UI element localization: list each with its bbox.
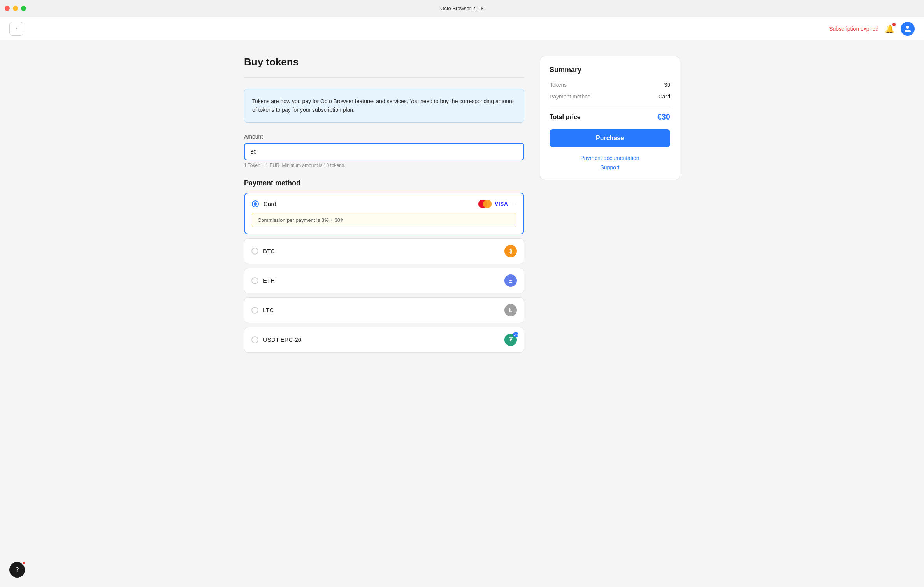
ltc-label: LTC <box>263 307 274 313</box>
summary-divider <box>550 106 670 106</box>
usdt-icon: ₮ 20 <box>504 334 517 346</box>
btc-option-left: BTC <box>251 248 275 255</box>
help-button[interactable]: ? <box>9 562 25 578</box>
card-label: Card <box>263 200 276 207</box>
btc-icon: ₿ <box>504 245 517 257</box>
usdt-option-header: USDT ERC-20 ₮ 20 <box>251 334 517 346</box>
payment-method-title: Payment method <box>244 179 524 187</box>
eth-label: ETH <box>263 277 275 284</box>
maximize-button[interactable] <box>21 6 26 11</box>
payment-option-usdt[interactable]: USDT ERC-20 ₮ 20 <box>244 327 524 353</box>
amount-label: Amount <box>244 134 524 140</box>
topnav-right: Subscription expired 🔔 <box>829 22 915 36</box>
usdt-radio[interactable] <box>251 336 258 343</box>
tokens-row: Tokens 30 <box>550 82 670 88</box>
help-badge <box>22 561 26 565</box>
eth-option-left: ETH <box>251 277 275 284</box>
payment-option-btc[interactable]: BTC ₿ <box>244 238 524 264</box>
notification-bell[interactable]: 🔔 <box>885 24 894 33</box>
total-value: €30 <box>657 112 670 121</box>
summary-title: Summary <box>550 66 670 74</box>
subscription-status: Subscription expired <box>829 26 878 32</box>
btc-radio[interactable] <box>251 248 258 255</box>
close-button[interactable] <box>5 6 10 11</box>
ltc-radio[interactable] <box>251 307 258 314</box>
btc-label: BTC <box>263 248 275 254</box>
tokens-label: Tokens <box>550 82 567 88</box>
summary-card: Summary Tokens 30 Payment method Card To… <box>540 56 680 180</box>
usdt-label: USDT ERC-20 <box>263 336 301 343</box>
topnav-left: ‹ <box>9 22 23 36</box>
payment-method-summary-label: Payment method <box>550 93 591 100</box>
left-column: Buy tokens Tokens are how you pay for Oc… <box>244 56 524 357</box>
support-link[interactable]: Support <box>600 164 619 170</box>
card-icons: VISA ··· <box>478 200 516 208</box>
visa-icon: VISA <box>495 201 508 207</box>
topnav: ‹ Subscription expired 🔔 <box>0 17 924 40</box>
purchase-button[interactable]: Purchase <box>550 129 670 147</box>
divider <box>244 77 524 78</box>
titlebar: Octo Browser 2.1.8 <box>0 0 924 17</box>
ltc-option-header: LTC Ł <box>251 304 517 316</box>
total-row: Total price €30 <box>550 112 670 121</box>
card-option-left: Card <box>252 200 276 207</box>
info-box: Tokens are how you pay for Octo Browser … <box>244 89 524 123</box>
payment-method-row: Payment method Card <box>550 93 670 100</box>
ltc-icon: Ł <box>504 304 517 316</box>
amount-input[interactable] <box>244 143 524 160</box>
commission-info: Commission per payment is 3% + 30¢ <box>252 213 516 227</box>
traffic-lights <box>5 6 26 11</box>
user-avatar[interactable] <box>901 22 915 36</box>
back-button[interactable]: ‹ <box>9 22 23 36</box>
payment-option-eth[interactable]: ETH Ξ <box>244 268 524 294</box>
notification-badge <box>892 23 896 26</box>
tokens-value: 30 <box>664 82 670 88</box>
page-title: Buy tokens <box>244 56 524 68</box>
btc-option-header: BTC ₿ <box>251 245 517 257</box>
payment-method-summary-value: Card <box>659 93 670 100</box>
window-title: Octo Browser 2.1.8 <box>440 5 483 11</box>
card-option-header: Card VISA ··· <box>252 200 516 208</box>
summary-links: Payment documentation Support <box>550 155 670 170</box>
eth-radio[interactable] <box>251 277 258 284</box>
card-radio[interactable] <box>252 200 259 207</box>
payment-option-ltc[interactable]: LTC Ł <box>244 297 524 323</box>
amount-hint: 1 Token = 1 EUR. Minimum amount is 10 to… <box>244 163 524 168</box>
person-icon <box>904 25 912 33</box>
eth-option-header: ETH Ξ <box>251 274 517 287</box>
mastercard-icon <box>478 200 492 208</box>
payment-documentation-link[interactable]: Payment documentation <box>581 155 639 161</box>
usdt-option-left: USDT ERC-20 <box>251 336 301 343</box>
main-content: Buy tokens Tokens are how you pay for Oc… <box>228 40 696 372</box>
ltc-option-left: LTC <box>251 307 274 314</box>
minimize-button[interactable] <box>13 6 18 11</box>
usdt-badge: 20 <box>513 332 518 337</box>
payment-option-card[interactable]: Card VISA ··· Commission per payment is … <box>244 193 524 234</box>
right-column: Summary Tokens 30 Payment method Card To… <box>540 56 680 357</box>
eth-icon: Ξ <box>504 274 517 287</box>
card-menu-dots[interactable]: ··· <box>511 200 516 207</box>
total-label: Total price <box>550 114 581 121</box>
